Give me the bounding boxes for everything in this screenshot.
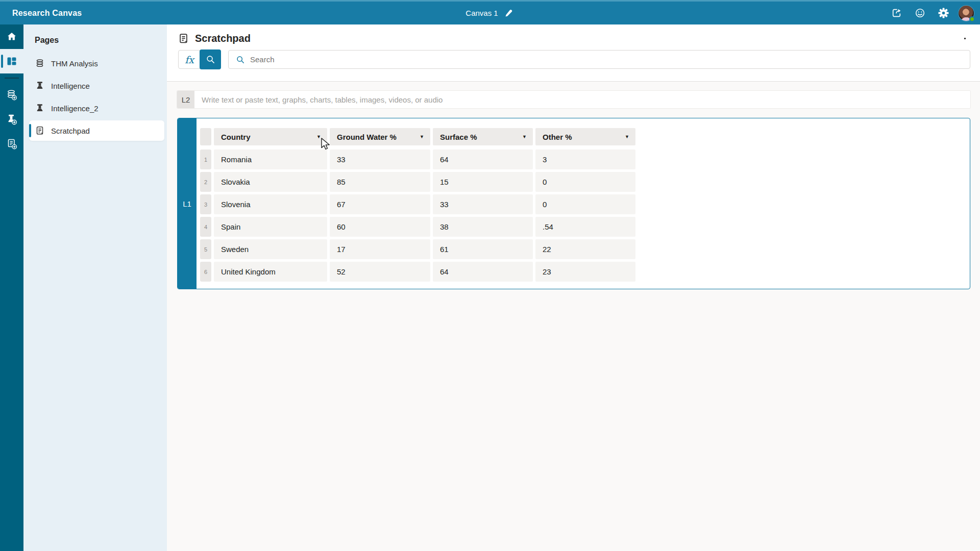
chevron-down-icon[interactable]: ▼ — [625, 134, 629, 139]
sidebar-item-intelligence-2[interactable]: Intelligence_2 — [29, 98, 164, 118]
row-number[interactable]: 3 — [200, 194, 211, 214]
pages-list: THM Analysis Intelligence Intelligen — [23, 53, 167, 141]
topbar-actions — [888, 5, 980, 21]
flask-plus-icon — [6, 114, 17, 125]
main-panel: Scratchpad fx — [167, 24, 980, 551]
table-cell[interactable]: 3 — [535, 149, 635, 169]
edit-canvas-title-button[interactable] — [503, 8, 514, 19]
table-cell[interactable]: 17 — [330, 239, 430, 259]
canvas-title: Canvas 1 — [465, 9, 498, 17]
sidebar-item-label: Intelligence_2 — [51, 104, 99, 113]
rail-item-add-experiment[interactable] — [0, 107, 23, 132]
block-l1: L1 Country ▼ Ground Water % ▼ Surface % … — [177, 118, 970, 289]
row-number[interactable]: 6 — [200, 262, 211, 282]
app-title: Research Canvas — [0, 9, 82, 18]
formula-button[interactable]: fx — [179, 51, 200, 68]
column-header-surface[interactable]: Surface % ▼ — [433, 128, 533, 145]
table-cell[interactable]: 67 — [330, 194, 430, 214]
sidebar-item-thm-analysis[interactable]: THM Analysis — [29, 53, 164, 73]
row-number[interactable]: 2 — [200, 172, 211, 192]
block-l1-handle[interactable]: L1 — [178, 118, 197, 289]
canvas-title-group: Canvas 1 — [465, 8, 514, 19]
table-cell[interactable]: 85 — [330, 172, 430, 192]
column-header-country[interactable]: Country ▼ — [214, 128, 327, 145]
sidebar-item-label: Intelligence — [51, 82, 90, 90]
table-cell[interactable]: 64 — [433, 149, 533, 169]
flask-icon — [35, 81, 44, 90]
avatar[interactable] — [959, 6, 974, 21]
block-l2-input[interactable] — [194, 91, 970, 108]
smiley-icon — [915, 8, 925, 18]
column-label: Ground Water % — [337, 133, 397, 141]
database-plus-icon — [6, 89, 17, 101]
toolbar: fx — [178, 50, 970, 69]
row-number[interactable]: 1 — [200, 149, 211, 169]
search-icon — [236, 56, 244, 64]
search-input[interactable] — [250, 51, 970, 68]
table-cell[interactable]: 0 — [535, 172, 635, 192]
column-label: Surface % — [440, 133, 477, 141]
database-icon — [35, 59, 44, 68]
table-cell[interactable]: 15 — [433, 172, 533, 192]
table-body: 1 Romania 33 64 3 2 Slovakia 85 15 0 3 S… — [200, 149, 635, 282]
table-cell[interactable]: 0 — [535, 194, 635, 214]
flask-icon — [35, 104, 44, 113]
search-icon — [206, 55, 215, 64]
table-cell[interactable]: .54 — [535, 217, 635, 237]
presence-available-dot — [969, 16, 975, 22]
pages-sidebar: Pages THM Analysis Intelligence — [23, 24, 167, 551]
search-mode-button[interactable] — [200, 49, 221, 69]
row-number[interactable]: 4 — [200, 217, 211, 237]
table-cell[interactable]: 52 — [330, 262, 430, 282]
sidebar-heading: Pages — [23, 24, 167, 45]
share-button[interactable] — [888, 5, 904, 21]
settings-button[interactable] — [935, 5, 951, 21]
sidebar-item-scratchpad[interactable]: Scratchpad — [29, 120, 164, 141]
table-cell[interactable]: Slovakia — [214, 172, 327, 192]
row-number[interactable]: 5 — [200, 239, 211, 259]
column-label: Other % — [543, 133, 572, 141]
kebab-icon — [964, 38, 966, 40]
column-header-other[interactable]: Other % ▼ — [535, 128, 635, 145]
left-rail — [0, 24, 23, 551]
table-cell[interactable]: Slovenia — [214, 194, 327, 214]
rail-item-home[interactable] — [0, 24, 23, 49]
dashboard-icon — [7, 56, 17, 66]
select-all-box[interactable] — [200, 128, 211, 145]
table-cell[interactable]: 33 — [433, 194, 533, 214]
table-cell[interactable]: 33 — [330, 149, 430, 169]
more-options-button[interactable] — [959, 35, 971, 43]
table-cell[interactable]: 38 — [433, 217, 533, 237]
table-cell[interactable]: 64 — [433, 262, 533, 282]
block-l2-handle[interactable]: L2 — [177, 91, 194, 108]
notepad-icon — [178, 33, 189, 44]
notepad-icon — [35, 126, 44, 135]
rail-item-add-data[interactable] — [0, 83, 23, 107]
share-icon — [891, 8, 902, 18]
mode-segmented-control: fx — [178, 50, 221, 69]
rail-item-dashboard[interactable] — [0, 49, 23, 73]
data-table: Country ▼ Ground Water % ▼ Surface % ▼ O… — [197, 118, 635, 289]
table-cell[interactable]: 61 — [433, 239, 533, 259]
home-icon — [7, 32, 17, 42]
column-header-ground-water[interactable]: Ground Water % ▼ — [330, 128, 430, 145]
chevron-down-icon[interactable]: ▼ — [316, 134, 321, 139]
table-cell[interactable]: Spain — [214, 217, 327, 237]
selected-indicator — [29, 124, 31, 137]
rail-selected-indicator — [1, 55, 3, 68]
table-cell[interactable]: 23 — [535, 262, 635, 282]
gear-icon — [938, 8, 949, 18]
rail-item-add-note[interactable] — [0, 132, 23, 156]
sidebar-item-intelligence[interactable]: Intelligence — [29, 76, 164, 96]
table-cell[interactable]: Romania — [214, 149, 327, 169]
table-cell[interactable]: Sweden — [214, 239, 327, 259]
table-cell[interactable]: 60 — [330, 217, 430, 237]
block-l2: L2 — [177, 91, 970, 108]
page-title: Scratchpad — [195, 33, 251, 44]
feedback-button[interactable] — [912, 5, 928, 21]
table-cell[interactable]: 22 — [535, 239, 635, 259]
chevron-down-icon[interactable]: ▼ — [522, 134, 527, 139]
chevron-down-icon[interactable]: ▼ — [420, 134, 424, 139]
table-cell[interactable]: United Kingdom — [214, 262, 327, 282]
topbar: Research Canvas Canvas 1 — [0, 0, 980, 24]
